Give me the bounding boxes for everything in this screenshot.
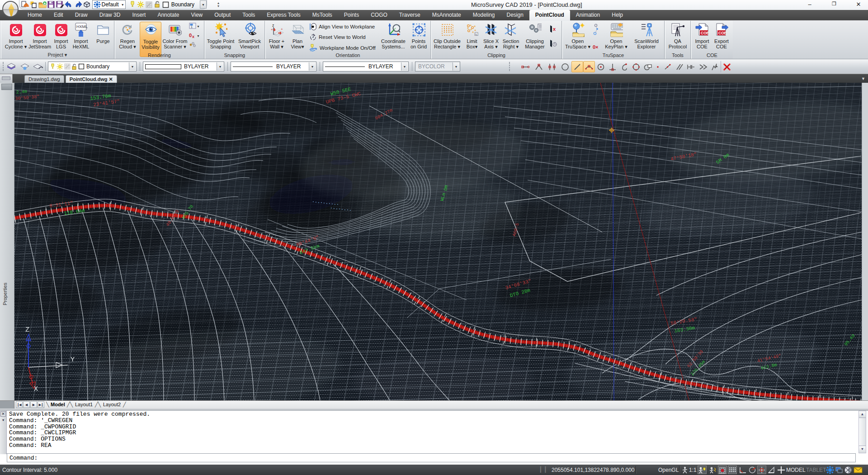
svg-text:0: 0 [189, 33, 192, 38]
svg-text:COE: COE [718, 31, 727, 35]
svg-text:2.4m: 2.4m [16, 89, 27, 95]
svg-text:1: 1 [191, 25, 193, 28]
svg-text:x: x [192, 34, 194, 39]
svg-text:+: + [281, 27, 283, 31]
svg-text:Y: Y [71, 356, 75, 364]
svg-text:z: z [272, 23, 274, 28]
svg-text:+: + [271, 28, 273, 32]
svg-text:0×: 0× [593, 44, 599, 50]
svg-text:COE: COE [701, 31, 709, 35]
svg-text:HXML: HXML [76, 24, 88, 29]
svg-text:X: X [34, 385, 38, 393]
svg-text:◱: ◱ [474, 31, 478, 36]
svg-text:Z: Z [25, 326, 29, 334]
svg-text:x: x [553, 26, 556, 32]
